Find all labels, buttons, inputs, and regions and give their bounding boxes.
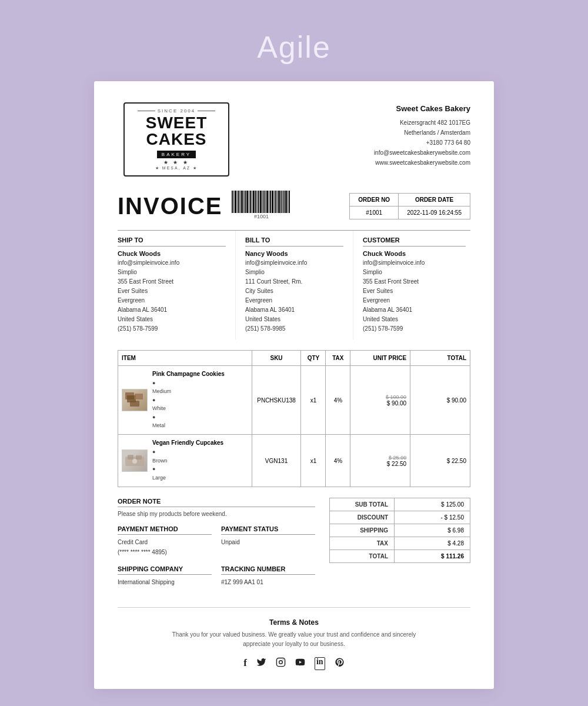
bill-to-company: Simplio — [245, 269, 265, 275]
bill-to-address1: 111 Court Street, Rm. — [245, 278, 302, 285]
item-1-attr-3: ● Metal — [152, 413, 225, 430]
ship-to-company: Simplio — [118, 269, 137, 275]
item-1-price-original: $ 100.00 — [354, 394, 406, 400]
svg-rect-31 — [283, 191, 285, 213]
item-2-content: Vegan Friendly Cupcakes ● Brown ● Large — [122, 439, 248, 482]
payment-method-value: Credit Card (**** **** **** 4895) — [118, 537, 212, 557]
invoice-title-row: INVOICE — [118, 191, 470, 219]
tax-value: $ 4.28 — [395, 537, 470, 550]
svg-rect-40 — [128, 455, 133, 459]
invoice-card: SINCE 2004 SWEET CAKES BAKERY ★ ★ ★ ★ ME… — [94, 81, 494, 689]
item-1-info: Pink Champagne Cookies ● Medium ● White … — [152, 371, 225, 429]
youtube-icon[interactable] — [295, 657, 305, 670]
page-title: Agile — [257, 29, 331, 65]
svg-rect-29 — [280, 191, 282, 213]
instagram-icon[interactable] — [276, 657, 286, 670]
summary-shipping-row: SHIPPING $ 6.98 — [330, 524, 470, 537]
bill-to-address3: Evergreen — [245, 297, 272, 304]
barcode-svg — [232, 191, 290, 213]
ship-to-address2: Ever Suites — [118, 288, 148, 294]
header-tax: TAX — [326, 351, 350, 366]
linkedin-icon[interactable]: in — [315, 657, 325, 670]
svg-rect-3 — [237, 191, 238, 213]
item-2-thumb-inner — [122, 450, 147, 471]
svg-rect-11 — [250, 191, 251, 213]
payment-method-text: Credit Card — [118, 539, 148, 545]
svg-point-44 — [279, 661, 283, 664]
payment-status-block: PAYMENT STATUS Unpaid — [221, 525, 315, 557]
summary-discount-row: DISCOUNT - $ 12.50 — [330, 511, 470, 524]
svg-rect-5 — [240, 191, 240, 213]
order-info-table: ORDER NO ORDER DATE #1001 2022-11-09 16:… — [349, 193, 470, 219]
svg-rect-20 — [265, 191, 266, 213]
svg-rect-27 — [277, 191, 278, 213]
invoice-footer: Terms & Notes Thank you for your valued … — [118, 607, 470, 670]
social-icons: f in — [118, 657, 470, 670]
item-1-attr-1: ● Medium — [152, 379, 225, 396]
svg-rect-25 — [274, 191, 275, 213]
item-1-price-current: $ 90.00 — [354, 400, 406, 407]
item-1-thumb — [122, 389, 148, 411]
order-date-value: 2022-11-09 16:24:55 — [399, 207, 470, 219]
ship-to-detail: info@simpleinvoice.info Simplio 355 East… — [118, 258, 226, 334]
logo-since: SINCE 2004 — [133, 108, 220, 114]
item-1-total: $ 90.00 — [410, 366, 470, 435]
subtotal-value: $ 125.00 — [395, 498, 470, 511]
facebook-icon[interactable]: f — [243, 657, 247, 670]
company-address1: Keizersgracht 482 1017EG — [374, 118, 470, 128]
svg-rect-43 — [276, 658, 285, 666]
company-info: Sweet Cakes Bakery Keizersgracht 482 101… — [374, 102, 470, 168]
order-date-header: ORDER DATE — [399, 194, 470, 207]
customer-email: info@simpleinvoice.info — [363, 259, 425, 266]
item-1-price: $ 100.00 $ 90.00 — [350, 366, 410, 435]
bill-to-city: Alabama AL 36401 — [245, 307, 295, 313]
ship-to-city: Alabama AL 36401 — [118, 307, 167, 313]
bill-to-email: info@simpleinvoice.info — [245, 259, 307, 266]
summary-table: SUB TOTAL $ 125.00 DISCOUNT - $ 12.50 SH… — [329, 498, 470, 563]
company-phone: +3180 773 64 80 — [374, 138, 470, 148]
item-1-tax: 4% — [326, 366, 350, 435]
bill-to-block: BILL TO Nancy Woods info@simpleinvoice.i… — [235, 231, 353, 339]
total-value: $ 111.26 — [395, 550, 470, 562]
logo-stars: ★ ★ ★ — [133, 159, 220, 165]
twitter-icon[interactable] — [256, 657, 266, 670]
item-2-tax: 4% — [326, 435, 350, 487]
company-website: www.sweetcakesbakerywebsite.com — [374, 158, 470, 168]
payment-method-heading: PAYMENT METHOD — [118, 525, 212, 535]
barcode-number: #1001 — [254, 214, 269, 219]
payment-status-heading: PAYMENT STATUS — [221, 525, 315, 535]
customer-detail: info@simpleinvoice.info Simplio 355 East… — [363, 258, 466, 334]
table-row: Pink Champagne Cookies ● Medium ● White … — [118, 366, 470, 435]
customer-block: CUSTOMER Chuck Woods info@simpleinvoice.… — [353, 231, 470, 339]
item-2-info: Vegan Friendly Cupcakes ● Brown ● Large — [152, 439, 223, 482]
payment-grid: PAYMENT METHOD Credit Card (**** **** **… — [118, 525, 315, 557]
discount-label: DISCOUNT — [330, 511, 395, 524]
item-1-content: Pink Champagne Cookies ● Medium ● White … — [122, 371, 248, 429]
svg-rect-33 — [288, 191, 288, 213]
bill-to-country: United States — [245, 316, 280, 322]
payment-method-block: PAYMENT METHOD Credit Card (**** **** **… — [118, 525, 212, 557]
item-1-cell: Pink Champagne Cookies ● Medium ● White … — [118, 366, 252, 435]
invoice-title-text: INVOICE — [118, 193, 222, 219]
bill-to-address2: City Suites — [245, 288, 273, 294]
shipping-company-block: SHIPPING COMPANY International Shipping — [118, 565, 212, 587]
svg-rect-14 — [255, 191, 256, 213]
pinterest-icon[interactable] — [335, 657, 345, 670]
item-2-attr-1: ● Brown — [152, 448, 223, 465]
svg-rect-37 — [135, 394, 143, 399]
ship-to-email: info@simpleinvoice.info — [118, 259, 179, 266]
customer-name: Chuck Woods — [363, 250, 466, 257]
svg-rect-16 — [258, 191, 259, 213]
svg-rect-15 — [257, 191, 258, 213]
item-1-thumb-inner — [122, 389, 147, 411]
bottom-section: ORDER NOTE Please ship my products befor… — [118, 498, 470, 595]
logo-area: SINCE 2004 SWEET CAKES BAKERY ★ ★ ★ ★ ME… — [118, 102, 235, 176]
bill-to-detail: info@simpleinvoice.info Simplio 111 Cour… — [245, 258, 343, 334]
svg-rect-7 — [243, 191, 244, 213]
svg-rect-10 — [249, 191, 249, 213]
item-2-sku: VGN131 — [252, 435, 301, 487]
company-name: Sweet Cakes Bakery — [374, 102, 470, 115]
svg-rect-4 — [238, 191, 239, 213]
summary-subtotal-row: SUB TOTAL $ 125.00 — [330, 498, 470, 511]
svg-rect-30 — [282, 191, 283, 213]
